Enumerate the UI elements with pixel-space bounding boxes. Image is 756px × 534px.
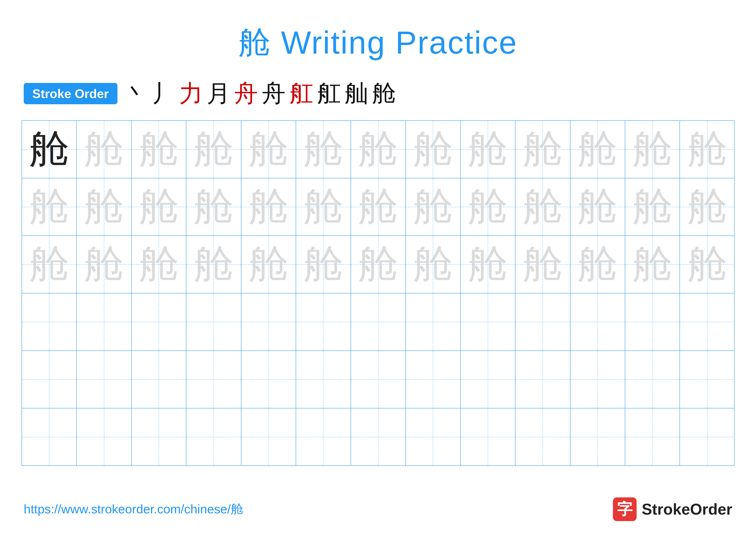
grid-cell-4-12[interactable]: [625, 293, 680, 350]
char-guide: 舱: [578, 244, 617, 284]
grid-row-2: 舱 舱 舱 舱 舱 舱 舱 舱 舱 舱 舱 舱 舱: [22, 178, 734, 236]
grid-cell-5-5[interactable]: [241, 351, 296, 408]
grid-cell-1-9[interactable]: 舱: [461, 121, 516, 178]
grid-cell-4-7[interactable]: [351, 293, 406, 350]
grid-cell-3-8[interactable]: 舱: [406, 236, 461, 293]
grid-cell-4-3[interactable]: [132, 293, 186, 350]
stroke-3: 力: [179, 78, 203, 110]
grid-cell-5-4[interactable]: [186, 351, 241, 408]
grid-cell-4-5[interactable]: [241, 293, 296, 350]
grid-cell-5-3[interactable]: [132, 351, 186, 408]
grid-cell-3-11[interactable]: 舱: [570, 236, 625, 293]
char-guide: 舱: [304, 129, 343, 169]
grid-cell-6-3[interactable]: [132, 408, 186, 466]
char-guide: 舱: [139, 129, 179, 169]
char-guide: 舱: [413, 129, 453, 169]
grid-cell-4-2[interactable]: [77, 293, 131, 350]
grid-cell-5-2[interactable]: [77, 351, 131, 408]
grid-cell-3-6[interactable]: 舱: [296, 236, 351, 293]
page-title: 舱 Writing Practice: [239, 25, 518, 60]
grid-cell-2-1[interactable]: 舱: [22, 178, 77, 236]
grid-cell-4-8[interactable]: [406, 293, 461, 350]
grid-cell-2-9[interactable]: 舱: [461, 178, 516, 236]
grid-cell-2-2[interactable]: 舱: [77, 178, 131, 236]
grid-cell-6-7[interactable]: [351, 408, 406, 466]
grid-cell-3-13[interactable]: 舱: [680, 236, 735, 293]
grid-cell-6-5[interactable]: [241, 408, 296, 466]
stroke-10: 舱: [372, 78, 396, 110]
grid-cell-6-6[interactable]: [296, 408, 351, 466]
char-guide: 舱: [578, 129, 617, 169]
grid-cell-5-13[interactable]: [680, 351, 735, 408]
grid-cell-4-11[interactable]: [570, 293, 625, 350]
stroke-5: 舟: [234, 78, 258, 110]
grid-cell-4-6[interactable]: [296, 293, 351, 350]
grid-cell-4-13[interactable]: [680, 293, 735, 350]
grid-cell-2-12[interactable]: 舱: [625, 178, 680, 236]
grid-cell-2-4[interactable]: 舱: [186, 178, 241, 236]
grid-cell-3-5[interactable]: 舱: [241, 236, 296, 293]
grid-cell-1-8[interactable]: 舱: [406, 121, 461, 178]
char-guide: 舱: [249, 244, 288, 284]
grid-cell-6-1[interactable]: [22, 408, 77, 466]
grid-cell-3-12[interactable]: 舱: [625, 236, 680, 293]
grid-cell-1-1[interactable]: 舱: [22, 121, 77, 178]
grid-cell-5-8[interactable]: [406, 351, 461, 408]
stroke-8: 舡: [317, 78, 341, 110]
grid-cell-2-7[interactable]: 舱: [351, 178, 406, 236]
grid-cell-3-3[interactable]: 舱: [132, 236, 186, 293]
grid-cell-3-4[interactable]: 舱: [186, 236, 241, 293]
grid-cell-4-9[interactable]: [461, 293, 516, 350]
grid-cell-1-3[interactable]: 舱: [132, 121, 186, 178]
grid-cell-3-2[interactable]: 舱: [77, 236, 131, 293]
grid-cell-2-11[interactable]: 舱: [570, 178, 625, 236]
char-guide: 舱: [304, 187, 343, 227]
grid-cell-5-1[interactable]: [22, 351, 77, 408]
grid-cell-2-3[interactable]: 舱: [132, 178, 186, 236]
grid-cell-5-11[interactable]: [570, 351, 625, 408]
grid-cell-6-2[interactable]: [77, 408, 131, 466]
char-guide: 舱: [358, 129, 398, 169]
grid-cell-3-10[interactable]: 舱: [516, 236, 570, 293]
grid-cell-4-10[interactable]: [516, 293, 570, 350]
grid-cell-5-9[interactable]: [461, 351, 516, 408]
grid-cell-2-10[interactable]: 舱: [516, 178, 570, 236]
website-url[interactable]: https://www.strokeorder.com/chinese/舱: [24, 501, 243, 518]
grid-cell-1-5[interactable]: 舱: [241, 121, 296, 178]
grid-cell-6-12[interactable]: [625, 408, 680, 466]
grid-cell-6-11[interactable]: [570, 408, 625, 466]
grid-cell-2-5[interactable]: 舱: [241, 178, 296, 236]
grid-cell-1-7[interactable]: 舱: [351, 121, 406, 178]
grid-cell-1-4[interactable]: 舱: [186, 121, 241, 178]
grid-cell-5-6[interactable]: [296, 351, 351, 408]
grid-cell-6-8[interactable]: [406, 408, 461, 466]
grid-cell-6-9[interactable]: [461, 408, 516, 466]
grid-cell-2-13[interactable]: 舱: [680, 178, 735, 236]
grid-cell-5-7[interactable]: [351, 351, 406, 408]
grid-cell-5-12[interactable]: [625, 351, 680, 408]
grid-cell-2-8[interactable]: 舱: [406, 178, 461, 236]
grid-cell-1-11[interactable]: 舱: [570, 121, 625, 178]
char-guide: 舱: [304, 244, 343, 284]
grid-cell-2-6[interactable]: 舱: [296, 178, 351, 236]
grid-cell-6-13[interactable]: [680, 408, 735, 466]
grid-cell-3-1[interactable]: 舱: [22, 236, 77, 293]
grid-cell-4-4[interactable]: [186, 293, 241, 350]
grid-cell-1-6[interactable]: 舱: [296, 121, 351, 178]
grid-cell-4-1[interactable]: [22, 293, 77, 350]
grid-cell-1-12[interactable]: 舱: [625, 121, 680, 178]
char-display: 舱: [29, 129, 69, 169]
grid-cell-6-10[interactable]: [516, 408, 570, 466]
grid-cell-5-10[interactable]: [516, 351, 570, 408]
stroke-chars: 丶 丿 力 月 舟 舟 舡 舡 舢 舱: [124, 78, 396, 110]
grid-cell-1-10[interactable]: 舱: [516, 121, 570, 178]
grid-cell-3-7[interactable]: 舱: [351, 236, 406, 293]
stroke-2: 丿: [151, 78, 175, 110]
grid-cell-1-13[interactable]: 舱: [680, 121, 735, 178]
char-guide: 舱: [413, 244, 453, 284]
logo-char: 字: [617, 499, 633, 520]
grid-cell-1-2[interactable]: 舱: [77, 121, 131, 178]
grid-cell-6-4[interactable]: [186, 408, 241, 466]
grid-cell-3-9[interactable]: 舱: [461, 236, 516, 293]
char-guide: 舱: [194, 244, 233, 284]
